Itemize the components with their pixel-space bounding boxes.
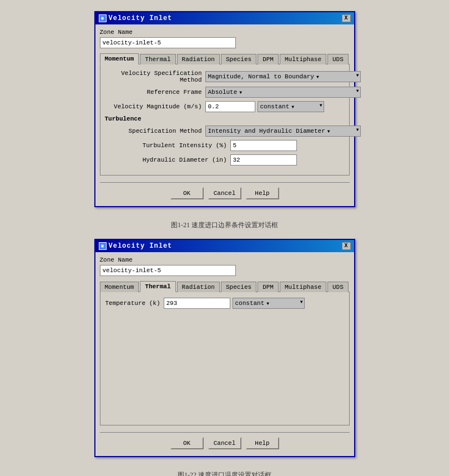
window-body1: Zone Name Momentum Thermal Radiation Spe…: [95, 24, 354, 206]
turbulent-intensity-label: Turbulent Intensity (%): [105, 142, 227, 149]
ok-button1[interactable]: OK: [170, 187, 204, 199]
velocity-magnitude-option: constant: [260, 103, 290, 110]
buttons-row1: OK Cancel Help: [100, 182, 350, 202]
velocity-magnitude-arrow: ▼: [291, 104, 294, 109]
dialog1: ▣ Velocity Inlet X Zone Name Momentum Th…: [94, 11, 355, 207]
tab-dpm2[interactable]: DPM: [258, 282, 279, 292]
spec-method-label: Specification Method: [105, 128, 202, 134]
temperature-option: constant: [235, 300, 265, 307]
app-icon1: ▣: [99, 14, 107, 22]
tab-radiation1[interactable]: Radiation: [177, 54, 220, 64]
caption2: 图1-22 速度进口温度设置对话框: [178, 470, 271, 476]
spec-method-dropdown[interactable]: Intensity and Hydraulic Diameter ▼: [205, 126, 361, 137]
titlebar-left2: ▣ Velocity Inlet: [99, 242, 173, 250]
tab-thermal1[interactable]: Thermal: [140, 54, 175, 64]
velocity-magnitude-label: Velocity Magnitude (m/s): [105, 103, 202, 110]
tab-thermal2[interactable]: Thermal: [140, 281, 175, 292]
velocity-spec-row: Velocity Specification Method Magnitude,…: [105, 70, 345, 83]
tab-species2[interactable]: Species: [221, 282, 256, 292]
help-button1[interactable]: Help: [246, 187, 279, 199]
caption1: 图1-21 速度进口边界条件设置对话框: [171, 221, 278, 230]
velocity-magnitude-input[interactable]: [205, 101, 255, 112]
temperature-row: Temperature (k) constant ▼: [105, 298, 345, 309]
tab-momentum2[interactable]: Momentum: [100, 282, 139, 292]
velocity-magnitude-dropdown[interactable]: constant ▼: [258, 101, 324, 112]
close-button1[interactable]: X: [342, 14, 351, 22]
dialog2: ▣ Velocity Inlet X Zone Name Momentum Th…: [94, 239, 355, 457]
tab-content1: Velocity Specification Method Magnitude,…: [100, 64, 350, 176]
titlebar2: ▣ Velocity Inlet X: [95, 240, 354, 252]
reference-frame-dropdown-wrapper: Absolute ▼: [205, 87, 361, 98]
velocity-spec-dropdown[interactable]: Magnitude, Normal to Boundary ▼: [205, 71, 361, 82]
reference-frame-label: Reference Frame: [105, 89, 202, 96]
reference-frame-dropdown[interactable]: Absolute ▼: [205, 87, 361, 98]
temperature-arrow: ▼: [266, 301, 269, 306]
turbulence-group: Turbulence Specification Method Intensit…: [105, 116, 345, 166]
window-title1: Velocity Inlet: [109, 14, 173, 22]
titlebar1: ▣ Velocity Inlet X: [95, 12, 354, 24]
zone-name-label2: Zone Name: [100, 257, 350, 263]
temperature-label: Temperature (k): [105, 300, 160, 307]
spec-method-row: Specification Method Intensity and Hydra…: [105, 126, 345, 137]
turbulent-intensity-input[interactable]: [230, 140, 297, 151]
velocity-magnitude-row: Velocity Magnitude (m/s) constant ▼: [105, 101, 345, 112]
hydraulic-diameter-input[interactable]: [230, 154, 297, 166]
zone-name-label1: Zone Name: [100, 29, 350, 36]
spec-method-dropdown-wrapper: Intensity and Hydraulic Diameter ▼: [205, 126, 361, 137]
titlebar-left1: ▣ Velocity Inlet: [99, 14, 173, 22]
reference-frame-arrow: ▼: [239, 90, 242, 95]
temperature-input[interactable]: [164, 298, 230, 309]
window-body2: Zone Name Momentum Thermal Radiation Spe…: [95, 252, 354, 456]
tab-dpm1[interactable]: DPM: [258, 54, 279, 64]
velocity-spec-value: Magnitude, Normal to Boundary: [208, 73, 314, 80]
window2: ▣ Velocity Inlet X Zone Name Momentum Th…: [94, 239, 355, 457]
temperature-dropdown-wrapper: constant ▼: [233, 298, 305, 309]
tab-uds2[interactable]: UDS: [327, 282, 349, 292]
reference-frame-value: Absolute: [208, 89, 238, 96]
tabs-container1: Momentum Thermal Radiation Species DPM M…: [100, 53, 350, 64]
tab-radiation2[interactable]: Radiation: [177, 282, 220, 292]
velocity-spec-label: Velocity Specification Method: [105, 70, 202, 83]
tab-species1[interactable]: Species: [221, 54, 256, 64]
app-icon2: ▣: [99, 242, 107, 250]
reference-frame-row: Reference Frame Absolute ▼: [105, 87, 345, 98]
spec-method-arrow: ▼: [327, 129, 330, 134]
zone-name-input1[interactable]: [100, 37, 236, 48]
tab-momentum1[interactable]: Momentum: [100, 53, 139, 64]
tabs-container2: Momentum Thermal Radiation Species DPM M…: [100, 280, 350, 292]
velocity-magnitude-dropdown-wrapper: constant ▼: [258, 101, 324, 112]
zone-name-input2[interactable]: [100, 265, 236, 276]
buttons-row2: OK Cancel Help: [100, 432, 350, 452]
temperature-dropdown[interactable]: constant ▼: [233, 298, 305, 309]
tab-multiphase2[interactable]: Multiphase: [280, 282, 326, 292]
tab-content2: Temperature (k) constant ▼: [100, 292, 350, 425]
help-button2[interactable]: Help: [246, 437, 279, 449]
hydraulic-diameter-row: Hydraulic Diameter (in): [105, 154, 345, 166]
window-title2: Velocity Inlet: [109, 242, 173, 250]
velocity-spec-dropdown-wrapper: Magnitude, Normal to Boundary ▼: [205, 71, 361, 82]
tab-multiphase1[interactable]: Multiphase: [280, 54, 326, 64]
window1: ▣ Velocity Inlet X Zone Name Momentum Th…: [94, 11, 355, 207]
ok-button2[interactable]: OK: [170, 437, 204, 449]
hydraulic-diameter-label: Hydraulic Diameter (in): [105, 157, 227, 163]
tab-uds1[interactable]: UDS: [327, 54, 349, 64]
velocity-spec-arrow: ▼: [316, 74, 319, 79]
spec-method-value: Intensity and Hydraulic Diameter: [208, 128, 325, 134]
cancel-button2[interactable]: Cancel: [208, 437, 241, 449]
turbulence-label: Turbulence: [105, 116, 345, 122]
cancel-button1[interactable]: Cancel: [208, 187, 241, 199]
close-button2[interactable]: X: [342, 242, 351, 250]
turbulent-intensity-row: Turbulent Intensity (%): [105, 140, 345, 151]
